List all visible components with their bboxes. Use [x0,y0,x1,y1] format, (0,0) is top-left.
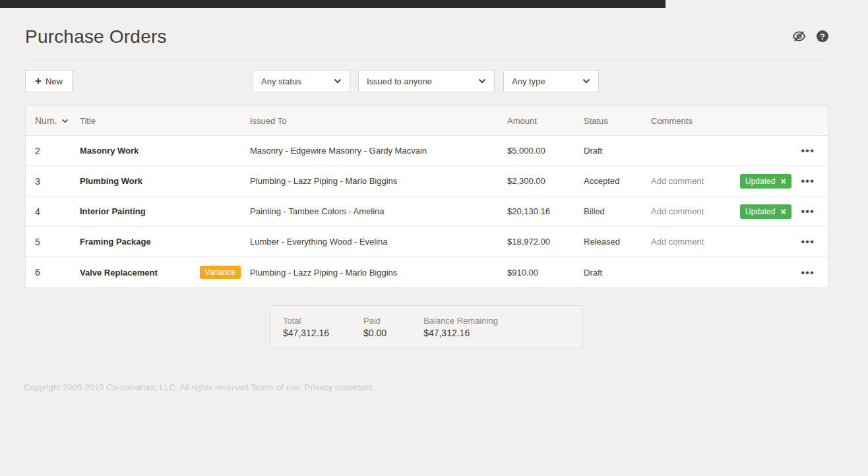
table-header-row: Num. Title Issued To Amount Status Comme… [26,106,828,136]
column-header-amount[interactable]: Amount [507,116,584,126]
row-menu-icon[interactable]: ••• [801,175,815,187]
footer: Copyright 2005-2019 Co-construct, LLC. A… [24,382,375,392]
row-issued-to: Plumbing - Lazz Piping - Marlo Biggins [250,268,507,278]
row-issued-to: Masonry - Edgewire Masonry - Gardy Macva… [250,146,507,156]
row-status: Billed [584,206,651,216]
dismiss-updated-icon[interactable]: × [780,177,786,186]
title-divider [25,59,829,59]
chevron-down-icon [478,78,486,84]
summary-paid: Paid $0.00 [363,316,387,338]
row-num: 4 [26,206,80,217]
row-num: 5 [26,237,80,247]
row-issued-to: Plumbing - Lazz Piping - Marlo Biggins [250,176,507,186]
table-row: 4 Interior Painting Painting - Tambee Co… [26,196,828,227]
column-header-num-label: Num. [35,115,57,126]
add-comment-link[interactable]: Add comment [651,206,704,216]
table-row: 2 Masonry Work Masonry - Edgewire Masonr… [26,136,828,166]
updated-badge-label: Updated [745,177,775,186]
page-title: Purchase Orders [25,26,167,47]
row-title-link[interactable]: Plumbing Work [80,176,142,186]
total-label: Total [283,316,329,326]
row-amount: $5,000.00 [507,146,584,156]
issued-to-filter-dropdown[interactable]: Issued to anyone [358,70,495,92]
summary-balance: Balance Remaining $47,312.16 [423,316,498,338]
row-menu-icon[interactable]: ••• [801,236,815,247]
top-dark-bar [0,0,666,8]
variance-badge: Variance [200,266,241,279]
help-icon[interactable]: ? [817,30,828,42]
chevron-down-icon [582,78,590,84]
table-row: 3 Plumbing Work Plumbing - Lazz Piping -… [26,166,828,196]
row-menu-icon[interactable]: ••• [801,206,815,217]
column-header-status[interactable]: Status [584,116,651,126]
row-title-link[interactable]: Valve Replacement [80,268,158,278]
updated-badge: Updated × [740,204,791,219]
type-filter-dropdown[interactable]: Any type [503,70,599,92]
dismiss-updated-icon[interactable]: × [780,207,786,216]
column-header-title[interactable]: Title [80,116,250,126]
row-amount: $20,130.16 [507,206,584,216]
sort-chevron-down-icon [61,119,69,123]
status-filter-value: Any status [261,76,334,86]
row-issued-to: Lumber - Everything Wood - Evelina [250,237,507,247]
type-filter-value: Any type [512,76,582,86]
row-amount: $18,972.00 [507,237,584,247]
new-button-label: New [46,76,63,86]
row-num: 3 [26,176,80,187]
copyright-text: Copyright 2005-2019 Co-construct, LLC. A… [24,382,251,392]
balance-remaining-value: $47,312.16 [423,328,498,338]
row-menu-icon[interactable]: ••• [801,145,815,156]
row-amount: $2,300.00 [507,176,584,186]
hide-eye-icon[interactable] [792,30,806,42]
updated-badge-label: Updated [745,207,775,216]
row-status: Accepted [584,176,651,186]
row-menu-icon[interactable]: ••• [801,267,815,278]
row-status: Released [584,237,651,247]
summary-total: Total $47,312.16 [283,316,329,338]
row-issued-to: Painting - Tambee Colors - Amelina [250,206,507,216]
column-header-num[interactable]: Num. [26,115,80,126]
status-filter-dropdown[interactable]: Any status [253,70,350,92]
row-num: 2 [26,146,80,156]
row-num: 6 [26,267,80,278]
row-status: Draft [584,146,651,156]
paid-label: Paid [363,316,387,326]
new-purchase-order-button[interactable]: + New [25,70,73,92]
row-status: Draft [584,268,651,278]
row-title-link[interactable]: Framing Package [80,237,151,247]
totals-summary-box: Total $47,312.16 Paid $0.00 Balance Rema… [270,305,583,348]
add-comment-link[interactable]: Add comment [651,176,704,186]
total-value: $47,312.16 [283,328,329,338]
table-row: 6 Valve Replacement Variance Plumbing - … [26,257,828,287]
column-header-comments[interactable]: Comments [651,116,740,126]
balance-remaining-label: Balance Remaining [423,316,498,326]
purchase-orders-table: Num. Title Issued To Amount Status Comme… [25,105,828,288]
plus-icon: + [35,75,42,86]
paid-value: $0.00 [363,328,387,338]
column-header-issued-to[interactable]: Issued To [250,116,507,126]
add-comment-link[interactable]: Add comment [651,237,704,247]
row-title-link[interactable]: Interior Painting [80,206,146,216]
issued-to-filter-value: Issued to anyone [367,76,478,86]
row-amount: $910.00 [507,268,584,278]
updated-badge: Updated × [740,174,791,189]
row-title-link[interactable]: Masonry Work [80,146,139,156]
table-row: 5 Framing Package Lumber - Everything Wo… [26,227,828,257]
terms-of-use-link[interactable]: Terms of use. [251,382,302,392]
chevron-down-icon [334,78,342,84]
privacy-statement-link[interactable]: Privacy statement. [302,382,375,392]
